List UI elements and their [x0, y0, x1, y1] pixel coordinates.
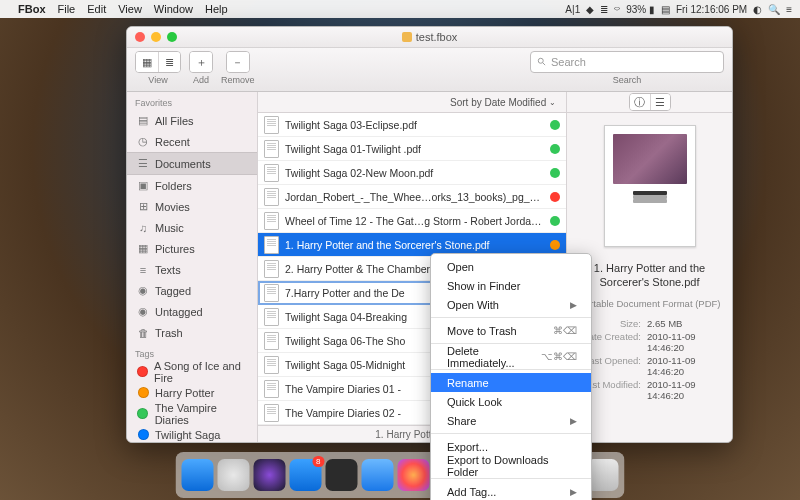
meta-value: 2010-11-09 14:46:20 [641, 379, 720, 401]
sidebar-tag-twilight-saga[interactable]: Twilight Saga [127, 424, 257, 442]
menu-view[interactable]: View [118, 3, 142, 15]
app-menu[interactable]: FBox [18, 3, 46, 15]
sidebar-item-label: Recent [155, 136, 190, 148]
menubar-user-icon[interactable]: ◐ [753, 4, 762, 15]
sidebar-item-all-files[interactable]: ▤All Files [127, 110, 257, 131]
menu-item-rename[interactable]: Rename [431, 373, 591, 392]
view-list-button[interactable]: ≣ [158, 52, 180, 72]
sidebar-item-movies[interactable]: ⊞Movies [127, 196, 257, 217]
detail-tab[interactable]: ☰ [650, 94, 670, 110]
menu-item-label: Quick Look [447, 396, 502, 408]
sidebar-item-trash[interactable]: 🗑Trash [127, 322, 257, 343]
menu-item-add-tag-[interactable]: Add Tag...▶ [431, 482, 591, 500]
dock-appstore-icon[interactable]: 8 [290, 459, 322, 491]
music-icon: ♫ [137, 222, 149, 234]
dock-terminal-icon[interactable] [326, 459, 358, 491]
menu-shortcut: ⌥⌘⌫ [541, 351, 577, 362]
menubar-clock[interactable]: Fri 12:16:06 PM [676, 4, 747, 15]
sidebar-tag-a-song-of-ice-and-fire[interactable]: A Song of Ice and Fire [127, 361, 257, 382]
menubar-bluetooth-icon[interactable]: ≣ [600, 4, 608, 15]
preview-filename: 1. Harry Potter and the Sorcerer's Stone… [575, 261, 724, 290]
menubar-battery[interactable]: 93% ▮ [626, 4, 655, 15]
menu-item-label: Open [447, 261, 474, 273]
sort-dropdown[interactable]: Sort by Date Modified ⌄ [258, 92, 566, 113]
file-name: Twilight Saga 01-Twilight .pdf [285, 143, 544, 155]
dock-badge: 8 [312, 456, 324, 467]
view-icon-button[interactable]: ▦ [136, 52, 158, 72]
menu-item-delete-immediately-[interactable]: Delete Immediately...⌥⌘⌫ [431, 347, 591, 366]
menu-edit[interactable]: Edit [87, 3, 106, 15]
dock-mail-icon[interactable] [362, 459, 394, 491]
menubar-wifi-icon[interactable]: ⌔ [614, 4, 620, 15]
file-row[interactable]: Twilight Saga 03-Eclipse.pdf [258, 113, 566, 137]
dock-siri-icon[interactable] [254, 459, 286, 491]
sidebar-item-pictures[interactable]: ▦Pictures [127, 238, 257, 259]
menu-item-export-to-downloads-folder[interactable]: Export to Downloads Folder [431, 456, 591, 475]
dock-photos-icon[interactable] [398, 459, 430, 491]
menu-window[interactable]: Window [154, 3, 193, 15]
file-tag-dot-icon [550, 216, 560, 226]
sidebar-item-untagged[interactable]: ◉Untagged [127, 301, 257, 322]
movie-icon: ⊞ [137, 201, 149, 213]
sidebar-item-recent[interactable]: ◷Recent [127, 131, 257, 152]
sidebar-item-label: Texts [155, 264, 181, 276]
file-row[interactable]: Twilight Saga 02-New Moon.pdf [258, 161, 566, 185]
remove-button[interactable]: － [227, 52, 249, 72]
sidebar-item-tagged[interactable]: ◉Tagged [127, 280, 257, 301]
menubar-input-flag-icon[interactable]: ▤ [661, 4, 670, 15]
inspector-tabs[interactable]: ⓘ☰ [567, 92, 732, 113]
meta-row: Last Modified:2010-11-09 14:46:20 [575, 378, 724, 402]
view-mode-segment[interactable]: ▦ ≣ [135, 51, 181, 73]
file-name: Jordan_Robert_-_The_Whee…orks_13_books)_… [285, 191, 544, 203]
file-thumb-icon [264, 356, 279, 374]
info-tab[interactable]: ⓘ [630, 94, 650, 110]
sidebar-item-music[interactable]: ♫Music [127, 217, 257, 238]
menu-file[interactable]: File [58, 3, 76, 15]
context-menu[interactable]: OpenShow in FinderOpen With▶Move to Tras… [430, 253, 592, 500]
file-thumb-icon [264, 380, 279, 398]
doc-icon: ☰ [137, 158, 149, 170]
pic-icon: ▦ [137, 243, 149, 255]
file-thumb-icon [264, 332, 279, 350]
file-name: Twilight Saga 03-Eclipse.pdf [285, 119, 544, 131]
sidebar-tag-harry-potter[interactable]: Harry Potter [127, 382, 257, 403]
file-name: 1. Harry Potter and the Sorcerer's Stone… [285, 239, 544, 251]
menu-item-label: Export to Downloads Folder [447, 454, 577, 478]
menu-item-open[interactable]: Open [431, 257, 591, 276]
menu-separator [431, 317, 591, 318]
file-tag-dot-icon [550, 192, 560, 202]
sidebar-tag-the-vampire-diaries[interactable]: The Vampire Diaries [127, 403, 257, 424]
sidebar-tag-label: A Song of Ice and Fire [154, 360, 251, 384]
sidebar-item-folders[interactable]: ▣Folders [127, 175, 257, 196]
dock-finder-icon[interactable] [182, 459, 214, 491]
sidebar-item-label: Untagged [155, 306, 203, 318]
menu-separator [431, 369, 591, 370]
menu-separator [431, 433, 591, 434]
menu-item-show-in-finder[interactable]: Show in Finder [431, 276, 591, 295]
file-thumb-icon [264, 116, 279, 134]
sidebar-item-documents[interactable]: ☰Documents [127, 152, 257, 175]
menu-item-share[interactable]: Share▶ [431, 411, 591, 430]
menu-item-open-with[interactable]: Open With▶ [431, 295, 591, 314]
trash-icon: 🗑 [137, 327, 149, 339]
menubar-evernote-icon[interactable]: ◆ [586, 4, 594, 15]
menubar-notification-icon[interactable]: ≡ [786, 4, 792, 15]
file-tag-dot-icon [550, 144, 560, 154]
file-row[interactable]: Wheel of Time 12 - The Gat…g Storm - Rob… [258, 209, 566, 233]
menubar-adobe-icon[interactable]: A|1 [565, 4, 580, 15]
add-button[interactable]: ＋ [190, 52, 212, 72]
sidebar-item-label: Pictures [155, 243, 195, 255]
menubar-spotlight-icon[interactable]: 🔍 [768, 4, 780, 15]
titlebar[interactable]: test.fbox [127, 27, 732, 48]
menu-item-move-to-trash[interactable]: Move to Trash⌘⌫ [431, 321, 591, 340]
search-input[interactable]: Search [530, 51, 724, 73]
menu-help[interactable]: Help [205, 3, 228, 15]
file-row[interactable]: Jordan_Robert_-_The_Whee…orks_13_books)_… [258, 185, 566, 209]
chevron-down-icon: ⌄ [549, 98, 556, 107]
file-row[interactable]: Twilight Saga 01-Twilight .pdf [258, 137, 566, 161]
meta-row: Size:2.65 MB [575, 317, 724, 330]
menu-item-quick-look[interactable]: Quick Look [431, 392, 591, 411]
sidebar-item-texts[interactable]: ≡Texts [127, 259, 257, 280]
file-thumb-icon [264, 236, 279, 254]
dock-launchpad-icon[interactable] [218, 459, 250, 491]
